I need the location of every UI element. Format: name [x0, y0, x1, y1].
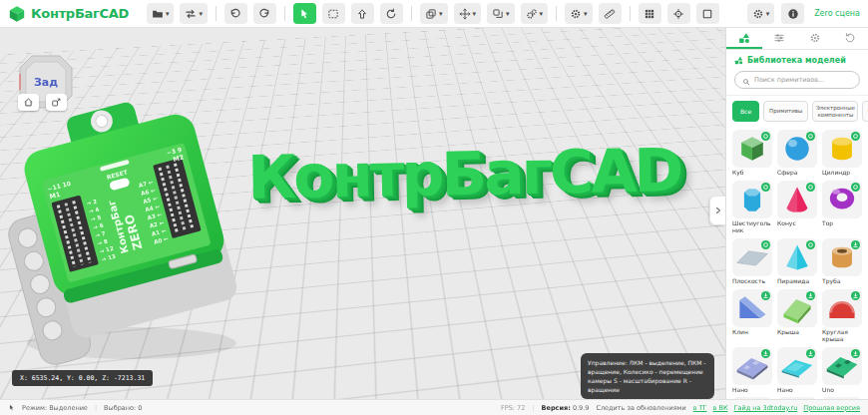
box-select-button[interactable]	[322, 3, 345, 24]
library-item-thumbnail[interactable]	[777, 181, 817, 218]
clone-badge-icon[interactable]	[761, 240, 770, 249]
folder-button[interactable]: ▾	[147, 3, 175, 24]
selected-count-label: Выбрано: 0	[104, 404, 142, 412]
updates-label: Следить за обновлениями	[596, 404, 685, 412]
library-item-thumbnail[interactable]	[732, 238, 772, 276]
info-button[interactable]	[781, 3, 804, 24]
panel-tab-history[interactable]	[833, 28, 868, 49]
status-link-2[interactable]: Гайд на 3dtoday.ru	[734, 404, 798, 412]
download-badge-icon[interactable]	[851, 240, 860, 249]
redo-button[interactable]	[253, 3, 276, 24]
library-item[interactable]: Сфера	[777, 130, 817, 177]
library-item[interactable]: Куб	[732, 130, 772, 177]
filter-chip-3[interactable]: Сообщество	[862, 101, 868, 122]
caret-down-icon: ▾	[166, 10, 170, 17]
clone-badge-icon[interactable]	[806, 132, 815, 141]
collapse-panel-button[interactable]	[709, 196, 725, 225]
grid-button[interactable]	[639, 3, 661, 24]
library-item-label: Цилиндр	[822, 170, 862, 177]
gear-button[interactable]: ▾	[565, 3, 593, 24]
undo-button[interactable]	[224, 3, 247, 24]
toolbar-separator	[216, 6, 217, 21]
library-item[interactable]: Круглая крыша	[822, 289, 862, 343]
panel-tab-gear[interactable]	[797, 28, 833, 49]
library-item-thumbnail[interactable]	[822, 130, 862, 168]
download-badge-icon[interactable]	[851, 349, 860, 358]
library-item[interactable]: Цилиндр	[822, 130, 862, 177]
download-badge-icon[interactable]	[806, 349, 815, 358]
clone-badge-icon[interactable]	[761, 183, 770, 192]
library-item-thumbnail[interactable]	[732, 181, 772, 218]
library-item[interactable]: Шестиугольник	[732, 181, 772, 234]
download-badge-icon[interactable]	[761, 291, 770, 300]
toolbar-group	[293, 3, 403, 24]
library-item[interactable]: Uno	[822, 347, 862, 394]
frame-button[interactable]	[696, 3, 719, 24]
toolbar-right-cluster: ▾ Zero сцена	[747, 3, 860, 24]
library-item[interactable]: Конус	[777, 181, 817, 234]
library-item-thumbnail[interactable]	[822, 289, 862, 327]
clone-badge-icon[interactable]	[806, 183, 815, 192]
library-item[interactable]: Нано	[732, 347, 772, 394]
library-item-thumbnail[interactable]	[777, 130, 817, 168]
library-item-thumbnail[interactable]	[777, 238, 817, 276]
toolbar-group	[224, 3, 276, 24]
library-item[interactable]: Пирамида	[777, 238, 817, 285]
status-link-1[interactable]: в ВК	[713, 404, 728, 412]
filter-chip-0[interactable]: Все	[732, 101, 759, 122]
library-item-thumbnail[interactable]	[822, 238, 862, 276]
status-link-3[interactable]: Прошлая версия	[803, 404, 860, 412]
status-link-0[interactable]: в ТГ	[693, 404, 707, 412]
crosshair-button[interactable]	[667, 3, 690, 24]
arrow-up-button[interactable]	[351, 3, 374, 24]
clone-badge-icon[interactable]	[851, 132, 860, 141]
move-button[interactable]: ▾	[454, 3, 482, 24]
download-badge-icon[interactable]	[761, 349, 770, 358]
cursor-button[interactable]	[293, 3, 316, 24]
board-model[interactable]: ~11 10 M1 RESET ~3 9 M2 → 2→ 4→ 5→ 6→ 7→…	[10, 104, 265, 371]
clone-badge-icon[interactable]	[761, 132, 770, 141]
refresh-button[interactable]	[380, 3, 403, 24]
frame-icon	[701, 8, 713, 20]
clone-badge-icon[interactable]	[851, 183, 860, 192]
move-icon	[459, 8, 471, 20]
copy-icon	[425, 8, 437, 20]
library-item-thumbnail[interactable]	[732, 289, 772, 327]
download-badge-icon[interactable]	[806, 291, 815, 300]
download-badge-icon[interactable]	[851, 291, 860, 300]
library-item-thumbnail[interactable]	[822, 347, 862, 385]
filter-chip-row: ВсеПримитивыЭлектронные компонентыСообще…	[726, 95, 868, 128]
library-item[interactable]: Клин	[732, 289, 772, 343]
panel-tab-shapes[interactable]	[726, 28, 762, 49]
library-item-thumbnail[interactable]	[732, 130, 772, 168]
library-item-thumbnail[interactable]	[732, 347, 772, 385]
viewport-3d[interactable]: Зад	[0, 28, 725, 399]
copy-button[interactable]: ▾	[420, 3, 448, 24]
library-item-thumbnail[interactable]	[777, 347, 817, 385]
library-item-label: Крыша	[777, 329, 817, 336]
filter-chip-2[interactable]: Электронные компоненты	[812, 101, 858, 122]
search-input[interactable]	[754, 76, 852, 84]
text-3d-model[interactable]: КонтрБагCAD	[246, 135, 680, 212]
library-item[interactable]: Нано	[777, 347, 817, 394]
library-item[interactable]: Тор	[822, 181, 862, 234]
ruler-button[interactable]	[599, 3, 622, 24]
clone-badge-icon[interactable]	[806, 240, 815, 249]
app-logo[interactable]: КонтрБагCAD	[8, 5, 129, 23]
gear-button[interactable]: ▾	[747, 3, 775, 24]
library-item[interactable]: Крыша	[777, 289, 817, 343]
library-item-label: Нано	[777, 387, 817, 394]
toolbar-button-groups: ▾▾▾▾▾▾▾	[147, 3, 719, 24]
status-separator: |	[95, 404, 97, 412]
library-item-thumbnail[interactable]	[777, 289, 817, 327]
logo-cube-icon	[8, 5, 26, 23]
duplicate-button[interactable]: ▾	[487, 3, 515, 24]
library-item-thumbnail[interactable]	[822, 181, 862, 218]
library-item[interactable]: Труба	[822, 238, 862, 285]
gear-icon	[752, 8, 764, 20]
panel-tab-sliders[interactable]	[762, 28, 798, 49]
library-item[interactable]: Плоскость	[732, 238, 772, 285]
gears-button[interactable]: ▾	[521, 3, 549, 24]
swap-arrows-button[interactable]: ▾	[180, 3, 208, 24]
filter-chip-1[interactable]: Примитивы	[763, 101, 808, 122]
